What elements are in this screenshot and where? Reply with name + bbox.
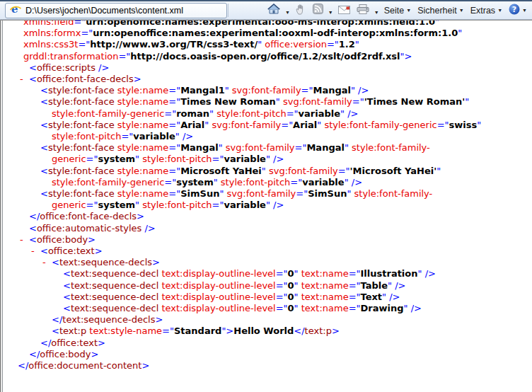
element-name: text:sequence-decl [71,292,158,302]
xml-line: style:font-family-generic="roman" style:… [4,108,532,120]
xml-line: -<office:font-face-decls> [4,74,532,85]
xml-line: </office:body> [4,349,532,360]
xml-markup: " [294,268,301,279]
attribute-value: 0 [288,268,294,279]
print-button[interactable] [354,3,372,18]
xml-markup: =" [86,200,98,210]
attribute-name: style:font-family- [354,188,433,199]
hand-tool-button[interactable] [292,2,309,19]
element-name: text:sequence-decl [71,268,158,279]
xml-line: </office:document-content> [4,360,532,371]
page-menu-button[interactable]: Seite ▼ [381,4,414,17]
xml-markup: =" [164,108,176,119]
xml-markup: =" [168,96,180,107]
xml-markup: " [209,108,216,119]
xml-markup: "> [400,51,412,62]
xml-line: <text:sequence-decl text:display-outline… [4,303,532,314]
attribute-name: svg:font-family [212,120,281,130]
attribute-value: Mangal [313,85,351,96]
xml-markup: =" [164,177,176,188]
xml-markup: =" [290,177,302,188]
collapse-toggle[interactable]: - [31,246,40,257]
xml-markup: " /> [340,108,358,119]
feeds-dropdown-chevron-down-icon[interactable]: ▼ [327,3,335,18]
xml-markup: " [347,188,354,199]
xml-markup: " [345,142,352,153]
xml-markup: </ [18,360,28,371]
xml-markup: " [477,120,481,130]
feeds-button[interactable] [310,2,326,18]
help-menu-button[interactable]: ? ▼ [506,2,530,19]
attribute-name: style:font-pitch [216,108,286,119]
read-mail-button[interactable] [335,3,353,18]
xml-markup: =" [78,39,90,50]
xml-line: -<office:text> [4,246,532,257]
xml-line: xmlns:field="urn:openoffice:names:experi… [4,20,532,28]
xml-markup: =" [349,268,361,279]
element-name: style:font-face [48,85,115,96]
attribute-value: 1.2 [339,39,355,50]
tab-and-command-bar: e D:\Users\jochen\Documents\content.xml … [0,1,532,20]
xml-markup: " /> [266,154,284,164]
collapse-toggle[interactable]: - [20,234,29,246]
home-button[interactable] [265,2,283,18]
tab-title: D:\Users\jochen\Documents\content.xml [25,6,183,16]
xml-markup: </ [40,338,51,348]
xml-markup: < [63,303,71,313]
attribute-value: roman [176,108,209,119]
xml-markup: " [294,280,301,291]
collapse-toggle[interactable]: - [42,257,52,268]
xml-line: <text:p text:style-name="Standard">Hello… [4,325,532,337]
xml-markup: > [95,246,103,256]
attribute-value: variable [224,200,265,210]
xml-markup: =" [349,292,361,302]
xml-markup: =" [327,39,339,50]
attribute-name: grddl:transformation [23,51,118,62]
xml-markup: =" [168,142,180,153]
xml-markup: " /> [418,268,436,279]
print-dropdown-chevron-down-icon[interactable]: ▼ [373,3,381,18]
tab-separator [228,4,229,17]
attribute-value: Times New Roman [180,96,276,107]
attribute-name: text:style-name [86,325,162,336]
attribute-value: Illustration [361,268,418,279]
xml-markup: < [52,325,59,336]
xml-markup: < [40,188,48,199]
element-name: text:p [59,325,86,336]
xml-markup: " [294,303,301,313]
xml-markup: =" [121,131,133,142]
xml-markup: " [219,188,226,199]
xml-markup: =" [162,325,174,336]
home-dropdown-chevron-down-icon[interactable]: ▼ [284,3,291,18]
active-tab[interactable]: e D:\Users\jochen\Documents\content.xml [5,3,227,18]
attribute-value: Mangal [306,142,345,153]
element-name: text:sequence-decl [71,280,158,291]
attribute-name: style:name [115,120,169,130]
tools-menu-button[interactable]: Extras ▼ [468,4,505,17]
xml-markup: /> [141,223,155,234]
attribute-value: Arial [293,120,317,130]
xml-line: -<office:body> [4,234,532,246]
xml-markup: =" [352,96,364,107]
collapse-toggle[interactable]: - [20,74,29,85]
rss-icon [313,4,323,17]
xml-markup: =" [168,85,180,96]
xml-markup: " [465,96,469,107]
element-name: text:sequence-decls [59,257,152,267]
attribute-value: variable [224,154,265,164]
attribute-name: office:version [265,39,327,50]
xml-markup: < [63,280,71,291]
attribute-value: http://docs.oasis-open.org/office/1.2/xs… [130,51,400,62]
element-name: style:font-face [48,142,115,153]
element-name: office:font-face-decls [37,74,134,84]
browser-window: e D:\Users\jochen\Documents\content.xml … [0,0,532,392]
attribute-value: system [98,200,135,210]
safety-menu-button[interactable]: Sicherheit ▼ [415,4,467,17]
xml-markup: =" [287,108,299,119]
xml-line: <style:font-face style:name="SimSun" svg… [4,188,532,200]
xml-markup: =" [118,51,130,62]
element-name: office:text [51,338,98,348]
xml-markup: < [40,120,48,130]
xml-markup: < [52,257,59,267]
attribute-value: Microsoft YaHei [180,166,262,176]
